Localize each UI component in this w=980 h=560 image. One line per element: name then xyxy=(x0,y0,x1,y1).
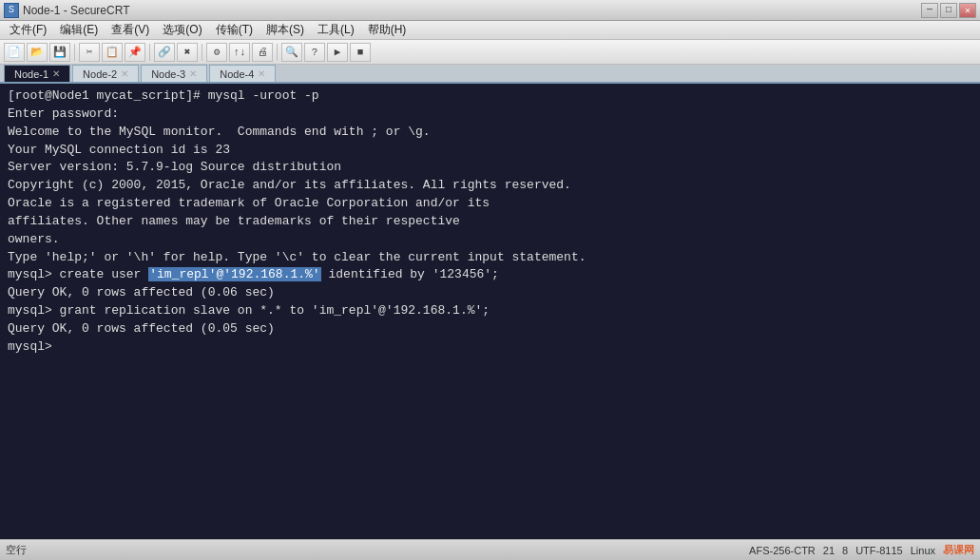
terminal-line: owners. xyxy=(8,231,972,249)
status-empty-line: 空行 xyxy=(6,543,27,557)
status-col: 8 xyxy=(842,545,848,556)
toolbar-sep-4 xyxy=(277,44,278,61)
terminal-line: Oracle is a registered trademark of Orac… xyxy=(8,195,972,213)
terminal-line: mysql> create user 'im_repl'@'192.168.1.… xyxy=(8,266,972,284)
status-left: 空行 xyxy=(6,543,27,557)
menu-script[interactable]: 脚本(S) xyxy=(260,21,310,39)
toolbar-print[interactable]: 🖨 xyxy=(252,43,273,62)
terminal-line: Copyright (c) 2000, 2015, Oracle and/or … xyxy=(8,177,972,195)
menu-help[interactable]: 帮助(H) xyxy=(362,21,413,39)
tab-node2[interactable]: Node-2 ✕ xyxy=(72,65,139,82)
toolbar-paste[interactable]: 📌 xyxy=(125,43,145,62)
toolbar-find[interactable]: 🔍 xyxy=(281,43,302,62)
highlighted-user: 'im_repl'@'192.168.1.%' xyxy=(148,267,320,281)
menu-options[interactable]: 选项(O) xyxy=(157,21,207,39)
menu-edit[interactable]: 编辑(E) xyxy=(54,21,104,39)
toolbar-copy[interactable]: 📋 xyxy=(102,43,123,62)
terminal-line: Welcome to the MySQL monitor. Commands e… xyxy=(8,124,972,142)
tab-node2-close[interactable]: ✕ xyxy=(121,68,128,79)
menu-view[interactable]: 查看(V) xyxy=(106,21,155,39)
app-icon: S xyxy=(4,3,19,18)
toolbar-sftp[interactable]: ↑↓ xyxy=(229,43,250,62)
terminal-line: Query OK, 0 rows affected (0.06 sec) xyxy=(8,284,972,302)
title-bar: S Node-1 - SecureCRT ─ □ ✕ xyxy=(0,0,980,21)
toolbar-new[interactable]: 📄 xyxy=(4,43,25,62)
status-session: AFS-256-CTR xyxy=(749,545,816,556)
status-encoding: UTF-8115 xyxy=(855,545,903,556)
menu-file[interactable]: 文件(F) xyxy=(4,21,52,39)
terminal-line: Enter password: xyxy=(8,106,972,124)
terminal-line: Your MySQL connection id is 23 xyxy=(8,142,972,160)
toolbar-extra1[interactable]: ▶ xyxy=(327,43,348,62)
close-button[interactable]: ✕ xyxy=(959,3,976,18)
title-text: Node-1 - SecureCRT xyxy=(23,4,130,17)
tab-node3-close[interactable]: ✕ xyxy=(189,68,197,79)
menu-tools[interactable]: 工具(L) xyxy=(312,21,360,39)
toolbar-disconnect[interactable]: ✖ xyxy=(177,43,198,62)
maximize-button[interactable]: □ xyxy=(940,3,957,18)
toolbar-help[interactable]: ? xyxy=(304,43,325,62)
terminal-line: Server version: 5.7.9-log Source distrib… xyxy=(8,159,972,177)
tab-node3[interactable]: Node-3 ✕ xyxy=(141,65,207,82)
minimize-button[interactable]: ─ xyxy=(921,3,938,18)
toolbar-connect[interactable]: 🔗 xyxy=(154,43,175,62)
terminal-line: mysql> xyxy=(8,338,972,357)
status-bar: 空行 AFS-256-CTR 21 8 UTF-8115 Linux 易课网 xyxy=(0,539,980,560)
toolbar-extra2[interactable]: ■ xyxy=(350,43,371,62)
tab-node1-close[interactable]: ✕ xyxy=(52,68,60,79)
toolbar-cut[interactable]: ✂ xyxy=(79,43,100,62)
status-os: Linux xyxy=(911,545,935,556)
title-bar-left: S Node-1 - SecureCRT xyxy=(4,3,130,18)
toolbar-save[interactable]: 💾 xyxy=(49,43,70,62)
terminal-line: mysql> grant replication slave on *.* to… xyxy=(8,302,972,320)
status-right: AFS-256-CTR 21 8 UTF-8115 Linux 易课网 xyxy=(749,543,974,557)
terminal-line: [root@Node1 mycat_script]# mysql -uroot … xyxy=(8,87,972,106)
toolbar-settings[interactable]: ⚙ xyxy=(206,43,227,62)
tab-node4-close[interactable]: ✕ xyxy=(258,68,265,79)
terminal-line: affiliates. Other names may be trademark… xyxy=(8,213,972,231)
terminal-line: Type 'help;' or '\h' for help. Type '\c'… xyxy=(8,249,972,267)
tabs-bar: Node-1 ✕ Node-2 ✕ Node-3 ✕ Node-4 ✕ xyxy=(0,65,980,84)
tab-node4[interactable]: Node-4 ✕ xyxy=(209,65,276,82)
status-watermark: 易课网 xyxy=(943,543,974,557)
menu-transfer[interactable]: 传输(T) xyxy=(210,21,259,39)
toolbar-open[interactable]: 📂 xyxy=(27,43,48,62)
tab-node1[interactable]: Node-1 ✕ xyxy=(4,65,70,82)
status-line: 21 xyxy=(823,545,835,556)
menu-bar: 文件(F) 编辑(E) 查看(V) 选项(O) 传输(T) 脚本(S) 工具(L… xyxy=(0,21,980,40)
toolbar: 📄 📂 💾 ✂ 📋 📌 🔗 ✖ ⚙ ↑↓ 🖨 🔍 ? ▶ ■ xyxy=(0,40,980,65)
terminal[interactable]: [root@Node1 mycat_script]# mysql -uroot … xyxy=(0,84,980,539)
terminal-line: Query OK, 0 rows affected (0.05 sec) xyxy=(8,320,972,338)
toolbar-sep-2 xyxy=(149,44,150,61)
toolbar-sep-1 xyxy=(74,44,75,61)
toolbar-sep-3 xyxy=(202,44,202,61)
title-bar-controls: ─ □ ✕ xyxy=(921,3,976,18)
